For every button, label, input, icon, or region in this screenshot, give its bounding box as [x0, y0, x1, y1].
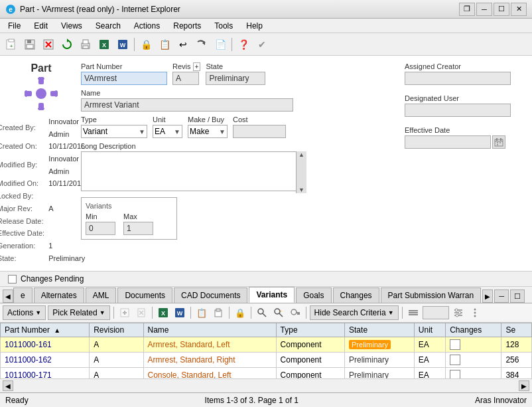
assigned-creator-input[interactable] — [405, 72, 511, 85]
created-by-label: Created By: — [0, 116, 48, 140]
revision-expand-btn[interactable]: + — [193, 62, 201, 71]
redo-button[interactable] — [193, 36, 210, 53]
tab-alternates[interactable]: Alternates — [34, 287, 84, 303]
long-desc-textarea[interactable] — [81, 151, 306, 191]
menu-reports[interactable]: Reports — [168, 20, 206, 32]
tab-variants[interactable]: Variants — [249, 287, 295, 303]
menu-tools[interactable]: Tools — [209, 20, 238, 32]
grid-excel-button[interactable]: X — [156, 305, 170, 320]
clipboard-button[interactable]: 📋 — [156, 36, 173, 53]
actions-button[interactable]: Actions ▼ — [3, 305, 46, 320]
hide-search-button[interactable]: Hide Search Criteria ▼ — [310, 305, 399, 320]
close-button[interactable]: ✕ — [511, 3, 527, 16]
changes-checkbox[interactable] — [450, 370, 460, 378]
grid-search-field[interactable] — [423, 306, 449, 319]
menu-actions[interactable]: Actions — [129, 20, 165, 32]
menu-help[interactable]: Help — [241, 20, 268, 32]
col-state[interactable]: State — [345, 323, 415, 337]
svg-line-49 — [263, 313, 266, 317]
col-config-left-button[interactable] — [406, 305, 421, 320]
tab-aml[interactable]: AML — [86, 287, 117, 303]
refresh-button[interactable] — [58, 36, 76, 53]
save-button[interactable] — [21, 36, 38, 53]
table-row[interactable]: 1011000-161 A Armrest, Standard, Left Co… — [1, 337, 532, 353]
cost-input[interactable] — [233, 125, 286, 138]
table-row[interactable]: 1011000-162 A Armrest, Standard, Right C… — [1, 353, 532, 368]
tab-next-btn[interactable]: ▶ — [482, 289, 493, 303]
grid-paste-button[interactable] — [211, 305, 226, 320]
make-buy-arrow-icon: ▼ — [219, 128, 226, 135]
col-revision[interactable]: Revision — [90, 323, 143, 337]
tab-e[interactable]: e — [13, 287, 33, 303]
help-button[interactable]: ❓ — [235, 36, 252, 53]
word-button[interactable]: W — [114, 36, 131, 53]
undo-button[interactable]: ↩ — [174, 36, 192, 53]
tab-documents[interactable]: Documents — [117, 287, 172, 303]
maximize-button[interactable]: ☐ — [494, 3, 509, 16]
add-row-button[interactable] — [117, 305, 132, 320]
delete-row-button[interactable] — [134, 305, 149, 320]
revision-input[interactable] — [172, 72, 199, 85]
restore-button[interactable]: ❐ — [459, 3, 475, 16]
lock-button[interactable]: 🔒 — [137, 36, 155, 53]
part-number-input[interactable] — [81, 72, 167, 85]
changes-pending-checkbox[interactable] — [8, 275, 17, 284]
col-se[interactable]: Se — [501, 323, 532, 337]
excel-button[interactable]: X — [96, 36, 113, 53]
delete-button[interactable] — [40, 36, 57, 53]
col-name[interactable]: Name — [143, 323, 276, 337]
menu-file[interactable]: File — [3, 20, 26, 32]
make-buy-select[interactable]: Make ▼ — [188, 125, 228, 138]
tab-minimize-btn[interactable]: ─ — [494, 289, 509, 303]
more-options-button[interactable] — [468, 305, 482, 320]
grid-scroll-left[interactable]: ◀ — [3, 380, 13, 391]
type-select[interactable]: Variant ▼ — [81, 125, 147, 138]
grid-word-button[interactable]: W — [172, 305, 187, 320]
variants-min-input[interactable] — [86, 222, 115, 235]
menu-views[interactable]: Views — [56, 20, 88, 32]
variants-box: Variants Min Max — [81, 197, 177, 240]
svg-rect-13 — [83, 40, 88, 44]
status-brand: Aras Innovator — [475, 396, 527, 405]
file-button[interactable]: 📄 — [212, 36, 229, 53]
unit-select[interactable]: EA ▼ — [153, 125, 182, 138]
tab-cad-documents[interactable]: CAD Documents — [174, 287, 247, 303]
grid-search-filter-button[interactable]: + — [271, 305, 286, 320]
pick-related-button[interactable]: Pick Related ▼ — [48, 305, 109, 320]
col-unit[interactable]: Unit — [414, 323, 445, 337]
minimize-button[interactable]: ─ — [476, 3, 492, 16]
toolbar-sep-2 — [232, 38, 232, 51]
calendar-button[interactable] — [492, 135, 505, 149]
table-row[interactable]: 1011000-171 A Console, Standard, Left Co… — [1, 368, 532, 378]
col-config-button[interactable] — [451, 305, 466, 320]
col-type[interactable]: Type — [276, 323, 344, 337]
tab-goals[interactable]: Goals — [296, 287, 331, 303]
col-part-number[interactable]: Part Number ▲ — [1, 323, 90, 337]
grid-scroll-right[interactable]: ▶ — [519, 380, 529, 391]
grid-key-button[interactable] — [288, 305, 302, 320]
grid-lock-button[interactable]: 🔒 — [233, 305, 247, 320]
svg-point-48 — [258, 309, 263, 314]
svg-text:W: W — [176, 310, 182, 317]
cell-revision: A — [90, 368, 143, 378]
tab-prev-btn[interactable]: ◀ — [3, 289, 13, 303]
name-input[interactable] — [81, 98, 293, 112]
changes-pending-label: Changes Pending — [21, 274, 84, 284]
svg-text:+: + — [10, 43, 13, 49]
new-button[interactable]: + — [3, 36, 20, 53]
menu-search[interactable]: Search — [90, 20, 126, 32]
changes-checkbox[interactable] — [450, 339, 460, 350]
effective-date-input[interactable] — [405, 135, 491, 149]
print-button[interactable] — [77, 36, 94, 53]
col-changes[interactable]: Changes — [446, 323, 501, 337]
variants-max-input[interactable] — [123, 222, 153, 235]
menu-edit[interactable]: Edit — [29, 20, 53, 32]
grid-copy-button[interactable]: 📋 — [194, 305, 209, 320]
tab-restore-btn[interactable]: ☐ — [510, 289, 525, 303]
tab-changes[interactable]: Changes — [333, 287, 379, 303]
designated-user-input[interactable] — [405, 104, 511, 117]
approve-button[interactable]: ✔ — [253, 36, 271, 53]
tab-part-submission[interactable]: Part Submission Warran — [381, 287, 482, 303]
grid-search-button[interactable] — [255, 305, 269, 320]
changes-checkbox[interactable] — [450, 355, 460, 365]
